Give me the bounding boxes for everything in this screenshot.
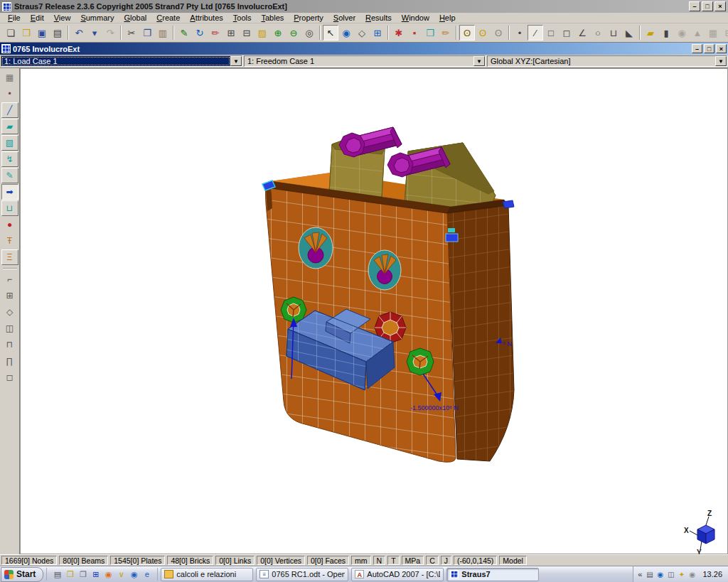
cut-icon[interactable]: ✂ (124, 25, 139, 41)
brick-tool-icon[interactable]: ▧ (1, 135, 18, 151)
media-player-icon[interactable]: ◉ (128, 568, 140, 581)
start-button[interactable]: Start (1, 567, 43, 582)
explorer-folder-icon[interactable]: ❒ (64, 568, 76, 581)
spark-tray-icon[interactable]: ✦ (676, 568, 687, 580)
beam-attribute-icon[interactable]: Ŧ (1, 233, 18, 249)
beam-tool-icon[interactable]: ╱ (1, 102, 18, 118)
point-tool-icon[interactable]: • (512, 25, 528, 41)
dynamic-rotate-icon[interactable]: ↻ (192, 25, 208, 41)
green-ring-right[interactable] (407, 348, 434, 375)
pointer-select-icon[interactable]: ↖ (323, 25, 338, 41)
translate-tool-icon[interactable]: ➡ (1, 184, 18, 200)
freedom-case-combobox[interactable]: 1: Freedom Case 1 ▼ (244, 55, 486, 67)
shaded-corner-tool-icon[interactable]: ◣ (621, 25, 637, 41)
display-beams-icon[interactable]: ⌐ (1, 271, 18, 287)
snap-grid-icon[interactable]: ▦ (1, 70, 18, 85)
printer-tray-icon[interactable]: ▤ (644, 568, 655, 580)
circle-tool-icon[interactable]: ○ (590, 25, 606, 41)
status-unit-mass[interactable]: T (387, 556, 399, 565)
menu-global[interactable]: Global (119, 13, 151, 23)
zoom-box-in-icon[interactable]: ⊞ (223, 25, 239, 41)
network-tray-icon[interactable]: ◫ (665, 568, 676, 580)
menu-solver[interactable]: Solver (328, 13, 360, 23)
save-file-icon[interactable]: ▣ (34, 25, 50, 41)
tray-chevron[interactable]: « (638, 570, 642, 578)
rect-tool-icon[interactable]: □ (543, 25, 559, 41)
print-icon[interactable]: ▤ (50, 25, 65, 41)
menu-results[interactable]: Results (360, 13, 397, 23)
globe-view-icon[interactable]: ◉ (338, 25, 354, 41)
copy-properties-icon[interactable]: ❒ (422, 25, 438, 41)
display-plates-icon[interactable]: ◻ (1, 370, 18, 385)
draw-mode-icon[interactable]: ✎ (176, 25, 192, 41)
taskbar-button-autocad[interactable]: A AutoCAD 2007 - [C:\Doc... (351, 568, 444, 581)
model-window-titlebar[interactable]: 0765 InvolucroExt – □ × (0, 43, 728, 55)
plate-attribute-icon[interactable]: Ξ (1, 249, 18, 265)
menu-file[interactable]: File (3, 13, 26, 23)
bushing-upper-left[interactable] (299, 227, 333, 269)
internet-explorer-icon[interactable]: e (141, 568, 153, 581)
snagit-icon[interactable]: ∨ (115, 568, 127, 581)
menu-attributes[interactable]: Attributes (185, 13, 228, 23)
menu-help[interactable]: Help (434, 13, 461, 23)
minimize-button[interactable]: – (689, 1, 700, 11)
dropdown-arrow-icon[interactable]: ▼ (230, 56, 242, 66)
undo-dropdown-icon[interactable]: ▾ (87, 25, 102, 41)
node-attribute-icon[interactable]: ● (1, 217, 18, 232)
menu-window[interactable]: Window (397, 13, 434, 23)
menu-edit[interactable]: Edit (26, 13, 49, 23)
package-icon[interactable]: ❐ (77, 568, 89, 581)
status-unit-force[interactable]: N (373, 556, 386, 565)
firefox-icon[interactable]: ◉ (102, 568, 114, 581)
zoom-box-out-icon[interactable]: ⊟ (239, 25, 255, 41)
polyline-tool-icon[interactable]: ∠ (574, 25, 590, 41)
property-color-icon[interactable]: ▪ (407, 25, 422, 41)
display-faces-icon[interactable]: ∏ (1, 353, 18, 369)
taskbar-button-straus7[interactable]: Straus7 (446, 568, 539, 581)
main-titlebar[interactable]: Straus7 Release 2.3.6 Copyright 2005 Str… (0, 0, 728, 13)
select-region-icon[interactable]: ◇ (354, 25, 370, 41)
rounded-rect-tool-icon[interactable]: ◻ (559, 25, 574, 41)
info-tray-icon[interactable]: ◉ (655, 568, 665, 580)
edit-pencil-icon[interactable]: ✏ (438, 25, 454, 41)
model-viewport[interactable]: -1.500000x10⁶ N ⁶ N X Z Y (21, 69, 728, 555)
taskbar-button-openoffice[interactable]: ≡ 0765 RC1.odt - OpenOff... (256, 568, 348, 581)
dropdown-arrow-icon[interactable]: ▼ (715, 56, 727, 66)
status-unit-length[interactable]: mm (351, 556, 371, 565)
taskbar-button-folder[interactable]: calcoli e relazioni (161, 568, 253, 581)
menu-summary[interactable]: Summary (75, 13, 119, 23)
coordinate-system-combobox[interactable]: Global XYZ:[Cartesian] ▼ (487, 55, 727, 67)
sketch-icon[interactable]: ✏ (208, 25, 223, 41)
close-button[interactable]: × (714, 1, 726, 11)
zoom-in-icon[interactable]: ⊕ (270, 25, 286, 41)
menu-tables[interactable]: Tables (256, 13, 289, 23)
paste-icon[interactable]: ▥ (155, 25, 171, 41)
plate-tool-icon[interactable]: ▰ (1, 119, 18, 134)
undo-icon[interactable]: ↶ (71, 25, 87, 41)
cylinder-create-icon[interactable]: ⊔ (1, 200, 18, 216)
light-bulb-small-icon[interactable]: ʘ (491, 25, 506, 41)
new-file-icon[interactable]: ❏ (3, 25, 18, 41)
status-unit-energy[interactable]: J (441, 556, 451, 565)
child-maximize-button[interactable]: □ (704, 44, 714, 53)
bushing-upper-right[interactable] (368, 250, 401, 290)
magnify-icon[interactable]: ◎ (301, 25, 317, 41)
update-tray-icon[interactable]: ◉ (687, 568, 697, 580)
light-bulb-on-icon[interactable]: ʘ (459, 25, 475, 41)
display-bricks-icon[interactable]: ◫ (1, 320, 18, 336)
cylinder-tool-icon[interactable]: ⊔ (606, 25, 621, 41)
child-close-button[interactable]: × (716, 44, 727, 53)
child-minimize-button[interactable]: – (692, 44, 702, 53)
contour-settings-icon[interactable]: ▮ (658, 25, 674, 41)
status-unit-temperature[interactable]: C (426, 556, 439, 565)
box-side-face[interactable] (447, 205, 514, 461)
load-case-combobox[interactable]: 1: Load Case 1 ▼ (1, 55, 242, 67)
node-tool-icon[interactable]: • (1, 86, 18, 102)
copy-icon[interactable]: ❐ (139, 25, 155, 41)
menu-property[interactable]: Property (289, 13, 328, 23)
show-desktop-icon[interactable]: ▤ (51, 568, 63, 581)
display-axes-icon[interactable]: ⊓ (1, 337, 18, 352)
vertex-tool-icon[interactable]: ✎ (1, 168, 18, 183)
model-canvas[interactable]: -1.500000x10⁶ N ⁶ N X Z Y (20, 68, 728, 554)
menu-create[interactable]: Create (151, 13, 185, 23)
